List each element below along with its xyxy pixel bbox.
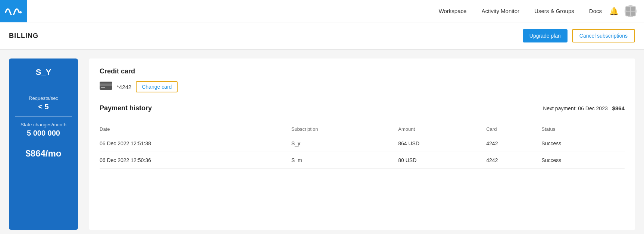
payment-history-title: Payment history — [100, 104, 152, 112]
cell-status: Success — [541, 152, 625, 169]
logo[interactable] — [0, 0, 27, 22]
plan-price: $864/mo — [25, 148, 61, 159]
plan-card: S_Y Requests/sec < 5 State changes/month… — [9, 58, 78, 230]
content-area: S_Y Requests/sec < 5 State changes/month… — [0, 50, 644, 234]
card-number: *4242 — [117, 84, 131, 90]
col-date: Date — [100, 123, 291, 135]
avatar[interactable] — [625, 5, 637, 17]
col-card: Card — [486, 123, 541, 135]
cell-subscription: S_m — [291, 152, 398, 169]
divider-1 — [15, 90, 72, 90]
col-amount: Amount — [398, 123, 486, 135]
svg-rect-5 — [631, 12, 635, 16]
next-payment-info: Next payment: 06 Dec 2023 $864 — [543, 105, 625, 111]
logo-icon — [5, 5, 22, 18]
state-changes-label: State changes/month — [21, 122, 66, 127]
payment-table: Date Subscription Amount Card Status 06 … — [100, 123, 625, 169]
svg-rect-7 — [100, 83, 112, 86]
page-title: BILLING — [9, 32, 38, 40]
nav-activity-monitor[interactable]: Activity Monitor — [481, 8, 519, 14]
next-payment-label: Next payment: 06 Dec 2023 — [543, 105, 608, 111]
header-actions: Upgrade plan Cancel subscriptions — [523, 29, 635, 42]
table-row: 06 Dec 2022 12:50:36 S_m 80 USD 4242 Suc… — [100, 152, 625, 169]
table-body: 06 Dec 2022 12:51:38 S_y 864 USD 4242 Su… — [100, 135, 625, 169]
svg-rect-3 — [631, 7, 635, 11]
divider-3 — [15, 143, 72, 143]
upgrade-plan-button[interactable]: Upgrade plan — [523, 29, 568, 42]
cell-card: 4242 — [486, 135, 541, 152]
credit-card-title: Credit card — [100, 67, 625, 75]
top-navigation: Workspace Activity Monitor Users & Group… — [0, 0, 644, 22]
svg-rect-2 — [626, 7, 630, 11]
cell-subscription: S_y — [291, 135, 398, 152]
nav-links: Workspace Activity Monitor Users & Group… — [439, 8, 602, 14]
requests-value: < 5 — [38, 102, 49, 111]
credit-card-icon — [100, 82, 112, 92]
nav-users-groups[interactable]: Users & Groups — [534, 8, 574, 14]
credit-card-row: *4242 Change card — [100, 81, 625, 92]
right-panel: Credit card *4242 Change card Payment hi… — [89, 58, 635, 230]
table-header: Date Subscription Amount Card Status — [100, 123, 625, 135]
cell-card: 4242 — [486, 152, 541, 169]
page-header: BILLING Upgrade plan Cancel subscription… — [0, 22, 644, 50]
col-status: Status — [541, 123, 625, 135]
svg-rect-8 — [101, 87, 105, 88]
cell-amount: 864 USD — [398, 135, 486, 152]
svg-rect-4 — [626, 12, 630, 16]
col-subscription: Subscription — [291, 123, 398, 135]
requests-label: Requests/sec — [29, 95, 58, 101]
nav-docs[interactable]: Docs — [589, 8, 602, 14]
nav-workspace[interactable]: Workspace — [439, 8, 467, 14]
next-payment-amount: $864 — [612, 105, 625, 111]
svg-point-0 — [19, 11, 22, 13]
cell-status: Success — [541, 135, 625, 152]
table-row: 06 Dec 2022 12:51:38 S_y 864 USD 4242 Su… — [100, 135, 625, 152]
state-changes-value: 5 000 000 — [27, 129, 60, 137]
notification-bell-icon[interactable]: 🔔 — [609, 7, 619, 16]
cell-date: 06 Dec 2022 12:51:38 — [100, 135, 291, 152]
plan-name: S_Y — [36, 67, 51, 77]
cell-amount: 80 USD — [398, 152, 486, 169]
payment-history-header: Payment history Next payment: 06 Dec 202… — [100, 104, 625, 118]
cancel-subscriptions-button[interactable]: Cancel subscriptions — [572, 29, 635, 42]
change-card-button[interactable]: Change card — [136, 81, 178, 92]
divider-2 — [15, 116, 72, 117]
cell-date: 06 Dec 2022 12:50:36 — [100, 152, 291, 169]
